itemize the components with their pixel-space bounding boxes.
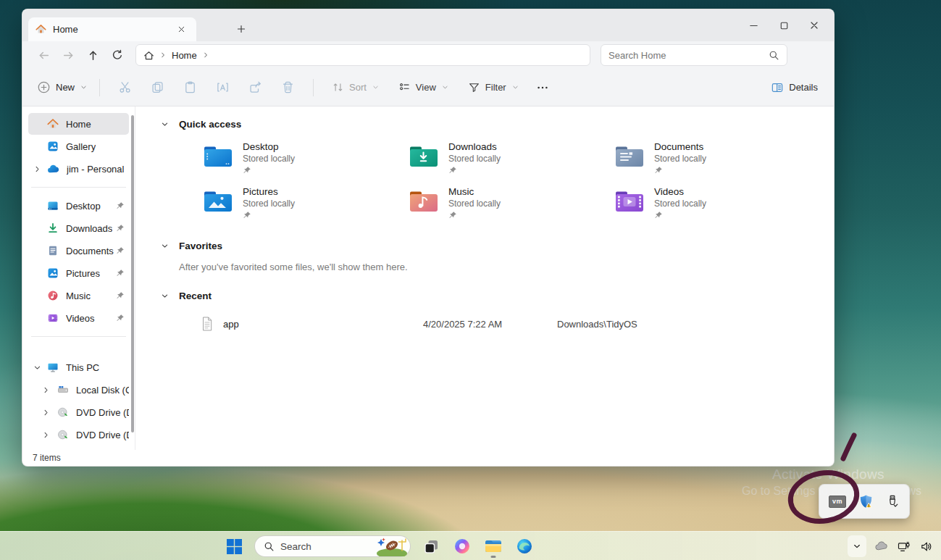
up-button[interactable] xyxy=(80,44,105,66)
section-header-favorites[interactable]: Favorites xyxy=(160,238,834,253)
tab-close-button[interactable] xyxy=(173,22,189,38)
back-button[interactable] xyxy=(31,44,56,66)
quick-access-tile-desktop[interactable]: Desktop Stored locally xyxy=(204,141,409,182)
taskbar-search-input[interactable] xyxy=(280,541,369,552)
file-explorer-button[interactable] xyxy=(482,534,504,559)
chevron-right-icon xyxy=(41,385,51,395)
downloads-icon xyxy=(47,222,59,234)
close-button[interactable] xyxy=(799,14,829,36)
breadcrumb-item-home[interactable]: Home xyxy=(172,50,197,61)
task-view-icon xyxy=(424,539,439,554)
quick-access-tile-videos[interactable]: Videos Stored locally xyxy=(615,186,821,227)
new-label: New xyxy=(56,82,75,93)
new-tab-button[interactable] xyxy=(233,20,250,38)
this-pc-icon xyxy=(47,362,59,373)
refresh-button[interactable] xyxy=(105,44,130,66)
network-tray-icon[interactable] xyxy=(895,535,911,557)
pin-icon xyxy=(116,291,125,300)
copilot-button[interactable] xyxy=(451,534,473,559)
filter-button[interactable]: Filter xyxy=(468,81,519,93)
sidebar-item-dvd-drive-d2[interactable]: DVD Drive (D:) C xyxy=(28,424,129,446)
explorer-search-input[interactable] xyxy=(608,50,769,61)
forward-button[interactable] xyxy=(56,44,80,66)
title-bar: Home xyxy=(22,9,834,41)
sidebar-item-label: Home xyxy=(66,119,91,130)
pictures-icon xyxy=(47,267,59,279)
sidebar-item-label: Pictures xyxy=(66,268,100,279)
quick-access-tile-music[interactable]: Music Stored locally xyxy=(409,186,615,227)
rename-button[interactable] xyxy=(206,75,239,101)
pin-icon xyxy=(116,224,125,233)
start-button[interactable] xyxy=(223,534,245,559)
circle-plus-icon xyxy=(37,80,51,94)
chevron-down-icon xyxy=(160,241,170,251)
share-button[interactable] xyxy=(239,75,272,101)
view-button[interactable]: View xyxy=(398,81,449,93)
onedrive-tray-icon[interactable] xyxy=(873,535,889,557)
chevron-down-icon xyxy=(511,83,519,91)
sidebar-item-label: jim - Personal xyxy=(67,164,124,175)
section-header-recent[interactable]: Recent xyxy=(160,288,834,303)
sidebar-item-pictures[interactable]: Pictures xyxy=(28,262,129,284)
details-pane-icon xyxy=(771,81,784,94)
sidebar-item-downloads[interactable]: Downloads xyxy=(28,217,129,239)
explorer-tab-home[interactable]: Home xyxy=(28,17,196,41)
vmware-tray-icon[interactable]: vm xyxy=(829,496,846,508)
section-title: Recent xyxy=(179,291,212,301)
sidebar-scrollbar[interactable] xyxy=(131,115,134,432)
view-icon xyxy=(398,81,411,93)
pin-icon xyxy=(116,314,125,322)
windows-logo-icon xyxy=(227,539,242,554)
sidebar-item-gallery[interactable]: Gallery xyxy=(28,135,129,157)
paste-button[interactable] xyxy=(174,75,206,101)
sidebar-item-music[interactable]: Music xyxy=(28,285,129,306)
sort-button[interactable]: Sort xyxy=(332,81,380,93)
cut-button[interactable] xyxy=(109,75,141,101)
more-options-button[interactable] xyxy=(529,75,556,101)
explorer-search-box[interactable] xyxy=(601,44,787,66)
sidebar-item-label: Music xyxy=(66,291,91,301)
sidebar-item-local-disk-c[interactable]: Local Disk (C:) xyxy=(28,379,129,401)
minimize-button[interactable] xyxy=(738,14,769,36)
quick-access-tile-pictures[interactable]: Pictures Stored locally xyxy=(204,186,409,227)
sidebar-item-desktop[interactable]: Desktop xyxy=(28,195,129,217)
search-icon xyxy=(264,541,275,552)
quick-access-tile-downloads[interactable]: Downloads Stored locally xyxy=(409,141,615,182)
windows-security-tray-icon[interactable] xyxy=(858,494,874,509)
sidebar-item-this-pc[interactable]: This PC xyxy=(28,356,129,378)
safely-remove-hardware-tray-icon[interactable] xyxy=(885,494,900,509)
tile-name: Videos xyxy=(654,186,706,197)
chevron-down-icon xyxy=(852,541,862,551)
breadcrumb[interactable]: Home xyxy=(135,44,590,66)
chevron-right-icon xyxy=(33,164,42,174)
volume-tray-icon[interactable] xyxy=(918,535,934,557)
sidebar-item-dvd-drive-d[interactable]: DVD Drive (D:) xyxy=(28,401,129,423)
details-label: Details xyxy=(789,82,818,93)
section-header-quick-access[interactable]: Quick access xyxy=(160,117,834,131)
taskbar xyxy=(0,531,941,560)
sidebar-item-home[interactable]: Home xyxy=(28,113,129,135)
tray-overflow-button[interactable] xyxy=(848,535,866,557)
tile-subtitle: Stored locally xyxy=(243,154,295,164)
sidebar-item-videos[interactable]: Videos xyxy=(28,307,129,329)
details-pane-button[interactable]: Details xyxy=(771,81,818,94)
recent-file-location: Downloads\TidyOS xyxy=(557,319,834,330)
maximize-button[interactable] xyxy=(769,14,799,36)
sidebar-item-onedrive[interactable]: jim - Personal xyxy=(28,158,129,180)
chevron-right-icon xyxy=(41,430,51,440)
recent-file-row[interactable]: app 4/20/2025 7:22 AM Downloads\TidyOS xyxy=(201,314,834,333)
delete-button[interactable] xyxy=(272,75,304,101)
sidebar-item-documents[interactable]: Documents xyxy=(28,240,129,262)
file-explorer-window: Home Home xyxy=(22,9,835,467)
pin-icon xyxy=(448,211,457,220)
quick-access-tile-documents[interactable]: Documents Stored locally xyxy=(615,141,821,182)
videos-folder-icon xyxy=(615,188,644,212)
tile-name: Downloads xyxy=(448,141,501,152)
new-button[interactable]: New xyxy=(34,76,91,99)
edge-button[interactable] xyxy=(514,534,535,559)
copy-button[interactable] xyxy=(141,75,174,101)
taskbar-search-box[interactable] xyxy=(254,535,411,557)
tile-subtitle: Stored locally xyxy=(654,154,706,164)
task-view-button[interactable] xyxy=(420,534,442,559)
music-folder-icon xyxy=(409,188,438,212)
